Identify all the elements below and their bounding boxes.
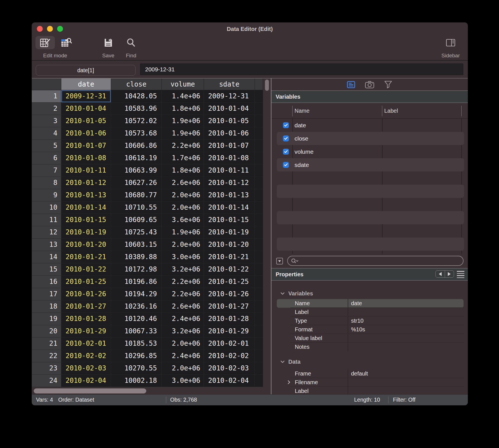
cell-volume[interactable]: 1.9e+06 (162, 115, 204, 127)
properties-section-header[interactable]: Variables (271, 288, 468, 299)
row-number[interactable]: 2 (32, 103, 61, 115)
cell-volume[interactable]: 2.2e+06 (162, 276, 204, 288)
cell-sdate[interactable]: 2010-01-15 (204, 214, 255, 226)
cell-close[interactable]: 10618.19 (111, 152, 162, 164)
variable-row[interactable]: close (271, 132, 468, 145)
property-row[interactable]: Format%10s (271, 325, 468, 334)
cell-volume[interactable]: 2.2e+06 (162, 288, 204, 300)
column-header-close[interactable]: close (111, 78, 162, 90)
property-value[interactable]: str10 (351, 316, 363, 325)
filter-dropdown-button[interactable] (276, 258, 283, 264)
property-value[interactable]: %10s (351, 325, 365, 334)
variable-row[interactable]: date (271, 119, 468, 132)
horizontal-scrollbar-thumb[interactable] (34, 388, 146, 393)
row-number[interactable]: 8 (32, 177, 61, 189)
row-number[interactable]: 14 (32, 251, 61, 263)
cell-volume[interactable]: 3.6e+06 (162, 214, 204, 226)
cell-date[interactable]: 2010-02-01 (61, 338, 111, 350)
cell-close[interactable]: 10603.15 (111, 239, 162, 251)
cell-sdate[interactable]: 2010-01-12 (204, 177, 255, 189)
cell-close[interactable]: 10067.33 (111, 325, 162, 338)
variable-checkbox[interactable] (283, 149, 289, 155)
cell-sdate[interactable]: 2010-01-14 (204, 202, 255, 214)
row-number[interactable]: 18 (32, 300, 61, 313)
variables-name-column-header[interactable]: Name (295, 103, 309, 119)
property-row[interactable]: Framedefault (271, 369, 468, 378)
row-number[interactable]: 12 (32, 226, 61, 239)
cell-volume[interactable]: 2.0e+06 (162, 362, 204, 375)
cell-sdate[interactable]: 2010-01-11 (204, 164, 255, 177)
properties-section-header[interactable]: Data (271, 356, 468, 367)
variable-row[interactable]: sdate (271, 158, 468, 171)
cell-close[interactable]: 10172.98 (111, 263, 162, 276)
cell-close[interactable]: 10185.53 (111, 338, 162, 350)
snapshots-camera-icon[interactable] (365, 80, 374, 89)
edit-mode-button[interactable] (35, 36, 55, 49)
cell-close[interactable]: 10583.96 (111, 103, 162, 115)
row-number[interactable]: 16 (32, 276, 61, 288)
variable-row[interactable] (271, 211, 468, 224)
variable-row[interactable]: volume (271, 145, 468, 158)
cell-date[interactable]: 2010-01-29 (61, 325, 111, 338)
cell-close[interactable]: 10236.16 (111, 300, 162, 313)
property-row[interactable]: Notes (271, 343, 468, 351)
cell-date[interactable]: 2010-01-08 (61, 152, 111, 164)
cell-date[interactable]: 2010-01-22 (61, 263, 111, 276)
row-number[interactable]: 5 (32, 140, 61, 152)
cell-date[interactable]: 2010-02-04 (61, 375, 111, 387)
cell-date[interactable]: 2010-02-03 (61, 362, 111, 375)
cell-volume[interactable]: 3.0e+06 (162, 251, 204, 263)
variable-checkbox[interactable] (283, 135, 289, 141)
cell-close[interactable]: 10680.77 (111, 189, 162, 202)
cell-sdate[interactable]: 2010-01-07 (204, 140, 255, 152)
cell-date[interactable]: 2010-01-06 (61, 127, 111, 140)
cell-volume[interactable]: 2.0e+06 (162, 202, 204, 214)
row-number[interactable]: 1 (32, 90, 61, 103)
horizontal-scrollbar[interactable] (32, 388, 271, 394)
variable-row[interactable] (271, 185, 468, 198)
cell-date[interactable]: 2010-01-14 (61, 202, 111, 214)
row-number[interactable]: 20 (32, 325, 61, 338)
browse-mode-button[interactable] (59, 36, 74, 49)
grid-corner-cell[interactable] (32, 78, 61, 90)
variable-search-field[interactable] (287, 256, 464, 266)
cell-date[interactable]: 2010-01-26 (61, 288, 111, 300)
property-value[interactable]: default (351, 369, 368, 378)
row-number[interactable]: 19 (32, 313, 61, 325)
variable-row[interactable] (271, 224, 468, 237)
property-row[interactable]: Value label (271, 334, 468, 343)
cell-date[interactable]: 2010-01-19 (61, 226, 111, 239)
cell-volume[interactable]: 3.0e+06 (162, 375, 204, 387)
cell-date[interactable]: 2010-01-28 (61, 313, 111, 325)
row-number[interactable]: 3 (32, 115, 61, 127)
variables-label-column-header[interactable]: Label (384, 103, 398, 119)
filter-funnel-icon[interactable] (383, 80, 393, 89)
variable-checkbox[interactable] (283, 162, 289, 168)
cell-date[interactable]: 2010-01-13 (61, 189, 111, 202)
cell-close[interactable]: 10663.99 (111, 164, 162, 177)
variables-list-icon[interactable] (346, 80, 356, 89)
cell-sdate[interactable]: 2010-01-19 (204, 226, 255, 239)
row-number[interactable]: 10 (32, 202, 61, 214)
cell-sdate[interactable]: 2010-02-02 (204, 350, 255, 362)
column-header-date[interactable]: date (61, 78, 111, 90)
cell-sdate[interactable]: 2010-01-28 (204, 313, 255, 325)
previous-variable-button[interactable] (436, 271, 445, 277)
row-number[interactable]: 15 (32, 263, 61, 276)
cell-sdate[interactable]: 2010-01-08 (204, 152, 255, 164)
cell-volume[interactable]: 2.0e+06 (162, 338, 204, 350)
cell-volume[interactable]: 2.4e+06 (162, 313, 204, 325)
cell-close[interactable]: 10196.86 (111, 276, 162, 288)
save-button[interactable] (100, 36, 116, 49)
column-header-sdate[interactable]: sdate (204, 78, 255, 90)
cell-volume[interactable]: 1.4e+06 (162, 90, 204, 103)
cell-date[interactable]: 2010-01-12 (61, 177, 111, 189)
cell-sdate[interactable]: 2010-01-13 (204, 189, 255, 202)
cell-sdate[interactable]: 2010-01-25 (204, 276, 255, 288)
property-row[interactable]: Namedate (271, 299, 468, 308)
cell-close[interactable]: 10002.18 (111, 375, 162, 387)
cell-date[interactable]: 2010-01-05 (61, 115, 111, 127)
cell-sdate[interactable]: 2010-02-01 (204, 338, 255, 350)
cell-close[interactable]: 10609.65 (111, 214, 162, 226)
property-row[interactable]: Filename (271, 378, 468, 387)
